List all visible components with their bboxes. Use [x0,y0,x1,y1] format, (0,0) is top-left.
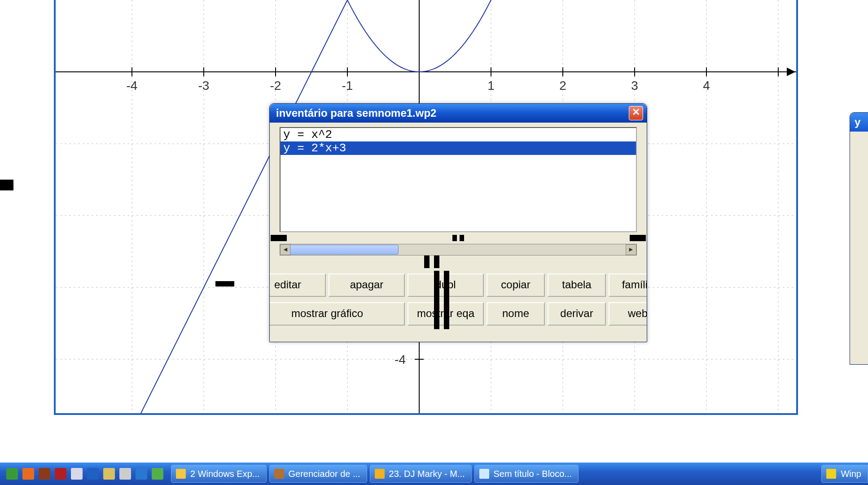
svg-text:-4: -4 [127,79,138,93]
ql-icon[interactable] [136,468,147,480]
close-button[interactable]: ✕ [629,106,643,120]
ql-icon[interactable] [119,468,131,480]
winamp-icon [375,469,385,479]
scroll-thumb[interactable] [290,245,399,255]
margin-mark [0,180,13,190]
scroll-right-button[interactable]: ► [626,244,636,255]
svg-text:-1: -1 [342,79,353,93]
stray-mark [215,281,234,287]
dialog-button-grid: editar apagar dupl copiar tabela família… [280,273,637,326]
equation-list[interactable]: y = x^2 y = 2*x+3 [280,127,637,232]
right-side-panel: y [850,112,868,365]
apagar-button[interactable]: apagar [329,273,405,297]
list-item[interactable]: y = x^2 [281,128,636,141]
right-panel-title: y [850,113,868,132]
ql-icon[interactable] [87,468,99,480]
taskbar-button[interactable]: Sem título - Bloco... [474,465,579,483]
taskbar-button[interactable]: 2 Windows Exp... [171,465,267,483]
taskbar-button[interactable]: 23. DJ Marky - M... [370,465,472,483]
svg-text:2: 2 [559,79,566,93]
svg-text:4: 4 [703,79,710,93]
taskbar-button[interactable]: Gerenciador de ... [269,465,367,483]
taskbar-button[interactable]: Winp [821,465,868,483]
divider-decor [270,234,647,242]
task-label: 2 Windows Exp... [190,469,260,479]
task-label: 23. DJ Marky - M... [389,469,465,479]
ql-icon[interactable] [152,468,163,480]
notepad-icon [479,469,489,479]
ql-icon[interactable] [55,468,66,480]
divider-decor2 [270,256,647,268]
task-label: Gerenciador de ... [289,469,360,479]
task-label: Sem título - Bloco... [494,469,572,479]
nome-button[interactable]: nome [487,302,545,326]
folder-icon [176,469,186,479]
dialog-title: inventário para semnome1.wp2 [276,107,629,119]
ql-icon[interactable] [39,468,50,480]
task-label: Winp [841,469,861,479]
ql-icon[interactable] [71,468,83,480]
tabela-button[interactable]: tabela [548,273,606,297]
quick-launch [0,463,170,485]
svg-text:-3: -3 [198,79,210,93]
familia-button[interactable]: família [609,273,647,297]
svg-marker-15 [787,68,794,75]
close-icon: ✕ [632,106,640,118]
svg-text:1: 1 [487,79,495,93]
svg-text:-2: -2 [270,79,281,93]
dialog-titlebar[interactable]: inventário para semnome1.wp2 ✕ [270,104,647,123]
inventory-dialog: inventário para semnome1.wp2 ✕ y = x^2 y… [269,103,647,342]
web-button[interactable]: web [609,302,647,326]
taskbar: 2 Windows Exp... Gerenciador de ... 23. … [0,463,868,485]
volume-icon [274,469,284,479]
editar-button[interactable]: editar [269,273,326,297]
ql-icon[interactable] [22,468,34,480]
mostrar-grafico-button[interactable]: mostrar gráfico [269,302,405,326]
ql-icon[interactable] [6,468,18,480]
copiar-button[interactable]: copiar [487,273,545,297]
winplot-icon [826,469,836,479]
svg-text:-4: -4 [395,353,406,366]
scroll-left-button[interactable]: ◄ [280,244,291,255]
ql-icon[interactable] [103,468,115,480]
list-item[interactable]: y = 2*x+3 [281,141,636,155]
derivar-button[interactable]: derivar [548,302,606,326]
svg-text:3: 3 [631,79,638,93]
list-horiz-scrollbar[interactable]: ◄ ► [280,244,637,256]
